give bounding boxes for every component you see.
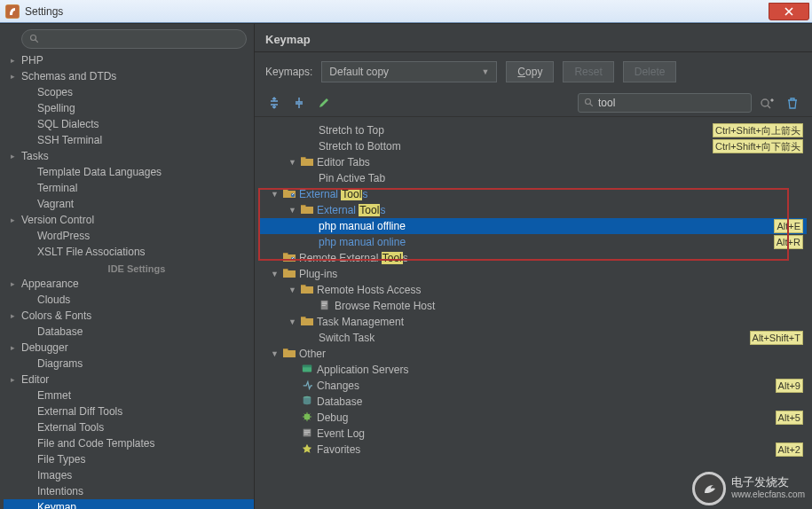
- keymap-tree-row[interactable]: Stretch to TopCtrl+Shift+向上箭头: [258, 122, 807, 138]
- sidebar-item[interactable]: Diagrams: [4, 356, 254, 372]
- sidebar-item[interactable]: File and Code Templates: [4, 435, 254, 451]
- keymap-tree-row[interactable]: Application Servers: [258, 362, 807, 378]
- shortcut-badge: Ctrl+Shift+向上箭头: [713, 123, 803, 137]
- sidebar-item[interactable]: SSH Terminal: [4, 132, 254, 148]
- sidebar-item[interactable]: Spelling: [4, 100, 254, 116]
- sidebar-item[interactable]: XSLT File Associations: [4, 244, 254, 260]
- db-icon: [301, 395, 313, 409]
- sidebar-item-label: PHP: [21, 54, 43, 67]
- keymap-tree-row[interactable]: DebugAlt+5: [258, 410, 807, 426]
- sidebar-item[interactable]: Database: [4, 324, 254, 340]
- sidebar-item[interactable]: Clouds: [4, 292, 254, 308]
- ide-settings-separator: IDE Settings: [20, 260, 254, 276]
- sidebar-item[interactable]: ▸PHP: [4, 52, 254, 68]
- sidebar-item[interactable]: WordPress: [4, 228, 254, 244]
- sidebar-item[interactable]: File Types: [4, 451, 254, 467]
- sidebar-item[interactable]: Emmet: [4, 388, 254, 403]
- sidebar-item[interactable]: Intentions: [4, 483, 254, 499]
- sidebar-item[interactable]: ▸Version Control: [4, 212, 254, 228]
- copy-button[interactable]: Copy: [506, 61, 554, 82]
- sidebar-item-label: Spelling: [37, 102, 75, 114]
- sidebar-item[interactable]: ▸Appearance: [4, 276, 254, 292]
- keymap-tree-row[interactable]: Remote External Tools: [258, 250, 807, 266]
- sidebar-item-label: Terminal: [37, 182, 77, 194]
- reset-button[interactable]: Reset: [563, 61, 613, 82]
- source-watermark: 电子发烧友www.elecfans.com: [692, 472, 805, 505]
- keymap-tree-row[interactable]: ▼Editor Tabs: [258, 154, 807, 170]
- edit-icon[interactable]: [315, 94, 333, 112]
- folder-y-icon: [301, 204, 313, 216]
- keymap-tree-row[interactable]: ▼Remote Hosts Access: [258, 282, 807, 298]
- app-icon: [5, 4, 20, 19]
- clear-search-icon[interactable]: [784, 94, 801, 112]
- delete-button[interactable]: Delete: [623, 61, 677, 82]
- keymap-action-tree[interactable]: Stretch to TopCtrl+Shift+向上箭头Stretch to …: [255, 117, 812, 509]
- keymap-tree-row[interactable]: ▼External Tools: [258, 186, 807, 202]
- keymap-select-value: Default copy: [329, 66, 389, 78]
- sidebar-item[interactable]: Template Data Languages: [4, 164, 254, 180]
- keymap-tree-row[interactable]: Stretch to BottomCtrl+Shift+向下箭头: [258, 138, 807, 154]
- sidebar-item[interactable]: ▸Schemas and DTDs: [4, 68, 254, 84]
- keymap-row-label: Database: [288, 395, 362, 409]
- svg-line-2: [35, 40, 38, 43]
- sidebar-item[interactable]: ▸Colors & Fonts: [4, 308, 254, 324]
- keymap-row-label: Stretch to Top: [306, 124, 384, 137]
- sidebar-item[interactable]: External Tools: [4, 419, 254, 435]
- sidebar-item[interactable]: ▸Editor: [4, 372, 254, 388]
- keymap-tree-row[interactable]: Switch TaskAlt+Shift+T: [258, 330, 807, 346]
- sidebar-item-label: Intentions: [37, 485, 83, 497]
- keymap-row-text: php manual online: [319, 236, 406, 248]
- keymap-tree-row[interactable]: Pin Active Tab: [258, 170, 807, 186]
- sidebar-item-label: SQL Dialects: [37, 118, 99, 130]
- action-search-input[interactable]: tool: [578, 93, 752, 113]
- sidebar-item[interactable]: SQL Dialects: [4, 116, 254, 132]
- keymap-tree-row[interactable]: ▼External Tools: [258, 202, 807, 218]
- keymap-row-text: Other: [299, 348, 326, 360]
- sidebar-search-input[interactable]: [21, 29, 247, 49]
- keymap-row-label: ▼Plug-ins: [271, 268, 337, 280]
- sidebar-item[interactable]: Terminal: [4, 180, 254, 196]
- sidebar-item-label: WordPress: [37, 230, 90, 242]
- sidebar-item[interactable]: ▸Debugger: [4, 340, 254, 356]
- sidebar-item[interactable]: Images: [4, 467, 254, 483]
- sidebar-item[interactable]: Vagrant: [4, 196, 254, 212]
- keymap-row-text: Remote Hosts Access: [317, 284, 421, 296]
- find-by-shortcut-icon[interactable]: [759, 94, 777, 112]
- expand-arrow-icon: ▼: [271, 190, 280, 199]
- keymap-row-label: Event Log: [288, 427, 365, 441]
- keymap-row-text: Debug: [317, 411, 348, 424]
- keymap-tree-row[interactable]: Database: [258, 394, 807, 410]
- sidebar-item[interactable]: Keymap: [4, 499, 254, 509]
- search-icon: [584, 98, 595, 108]
- keymap-row-text: Changes: [317, 380, 359, 392]
- sidebar-item[interactable]: External Diff Tools: [4, 403, 254, 419]
- keymap-tree-row[interactable]: ChangesAlt+9: [258, 378, 807, 394]
- svg-line-4: [590, 104, 593, 106]
- keymap-row-text: Stretch to Bottom: [319, 140, 401, 153]
- keymap-tree-row[interactable]: ▼Other: [258, 346, 807, 362]
- sidebar-item[interactable]: Scopes: [4, 84, 254, 100]
- expand-all-icon[interactable]: [265, 94, 283, 112]
- window-close-button[interactable]: [769, 3, 809, 20]
- sidebar-item[interactable]: ▸Tasks: [4, 148, 254, 164]
- expand-arrow-icon: ▼: [271, 349, 280, 358]
- keymap-tree-row[interactable]: ▼Task Management: [258, 314, 807, 330]
- collapse-all-icon[interactable]: [290, 94, 308, 112]
- keymap-tree-row[interactable]: Browse Remote Host: [258, 298, 807, 314]
- keymap-row-text: Browse Remote Host: [335, 300, 435, 312]
- keymap-row-label: ▼External Tools: [288, 204, 385, 216]
- svg-rect-9: [322, 301, 327, 302]
- keymap-tree-row[interactable]: Event Log: [258, 426, 807, 442]
- keymap-row-text: External Tools: [299, 188, 367, 200]
- svg-rect-18: [304, 432, 311, 433]
- shortcut-badge: Alt+E: [774, 219, 803, 233]
- keymap-tree-row[interactable]: FavoritesAlt+2: [258, 442, 807, 458]
- sidebar-item-label: SSH Terminal: [37, 134, 102, 146]
- keymap-tree-row[interactable]: php manual offlineAlt+E: [258, 218, 807, 234]
- keymap-select[interactable]: Default copy ▼: [321, 61, 497, 82]
- folder-icon: [301, 316, 313, 328]
- settings-tree[interactable]: ▸PHP▸Schemas and DTDsScopesSpellingSQL D…: [0, 52, 254, 509]
- keymap-row-text: Database: [317, 395, 362, 408]
- keymap-tree-row[interactable]: ▼Plug-ins: [258, 266, 807, 282]
- keymap-tree-row[interactable]: php manual onlineAlt+R: [258, 234, 807, 250]
